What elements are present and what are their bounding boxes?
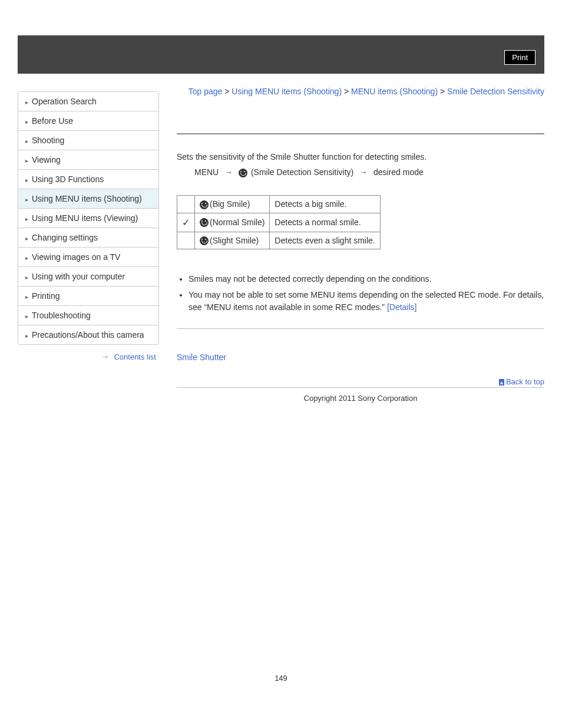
contents-list-link-wrapper: Contents list bbox=[18, 352, 159, 361]
breadcrumb-current: Smile Detection Sensitivity bbox=[447, 87, 544, 96]
check-cell: ✓ bbox=[177, 213, 195, 232]
label-cell: (Normal Smile) bbox=[195, 213, 270, 232]
nav-item-viewing-tv[interactable]: Viewing images on a TV bbox=[18, 248, 158, 267]
nav-item-changing-settings[interactable]: Changing settings bbox=[18, 228, 158, 248]
label-cell: (Slight Smile) bbox=[195, 232, 270, 249]
nav-item-viewing[interactable]: Viewing bbox=[18, 150, 158, 170]
breadcrumb-sep: > bbox=[440, 87, 445, 96]
row-label: (Big Smile) bbox=[210, 199, 250, 209]
menu-path-middle: (Smile Detection Sensitivity) bbox=[251, 167, 353, 177]
breadcrumb-link[interactable]: MENU items (Shooting) bbox=[351, 87, 438, 96]
breadcrumb-link[interactable]: Using MENU items (Shooting) bbox=[232, 87, 342, 96]
smile-icon bbox=[200, 236, 209, 245]
row-label: (Normal Smile) bbox=[210, 218, 265, 227]
nav-label: Before Use bbox=[32, 116, 73, 126]
details-link[interactable]: [Details] bbox=[387, 302, 417, 312]
check-cell bbox=[177, 232, 195, 249]
nav-label: Printing bbox=[32, 291, 59, 301]
notes-list: Smiles may not be detected correctly dep… bbox=[189, 273, 544, 314]
note-text: Smiles may not be detected correctly dep… bbox=[189, 274, 431, 284]
main-content: Top page > Using MENU items (Shooting) >… bbox=[177, 74, 544, 409]
nav-item-3d-functions[interactable]: Using 3D Functions bbox=[18, 170, 158, 189]
divider bbox=[177, 133, 544, 134]
nav-label: Viewing images on a TV bbox=[32, 252, 120, 262]
copyright-text: Copyright 2011 Sony Corporation bbox=[177, 394, 544, 403]
row-label: (Slight Smile) bbox=[210, 236, 259, 245]
nav-item-computer[interactable]: Using with your computer bbox=[18, 267, 158, 286]
nav-label: Using 3D Functions bbox=[32, 174, 104, 184]
note-item: You may not be able to set some MENU ite… bbox=[189, 289, 544, 314]
label-cell: (Big Smile) bbox=[195, 195, 270, 213]
nav-item-before-use[interactable]: Before Use bbox=[18, 111, 158, 131]
nav-label: Changing settings bbox=[32, 233, 98, 242]
header-bar: Print bbox=[18, 35, 544, 74]
intro-text: Sets the sensitivity of the Smile Shutte… bbox=[177, 152, 544, 162]
breadcrumb-link[interactable]: Top page bbox=[189, 87, 223, 96]
divider bbox=[177, 328, 544, 329]
check-icon: ✓ bbox=[182, 217, 190, 228]
nav-label: Shooting bbox=[32, 136, 64, 145]
nav-item-menu-shooting[interactable]: Using MENU items (Shooting) bbox=[18, 189, 158, 209]
related-topic-link[interactable]: Smile Shutter bbox=[177, 353, 226, 362]
breadcrumb: Top page > Using MENU items (Shooting) >… bbox=[177, 85, 544, 98]
nav-label: Viewing bbox=[32, 155, 61, 164]
nav-item-troubleshooting[interactable]: Troubleshooting bbox=[18, 306, 158, 325]
breadcrumb-sep: > bbox=[224, 87, 229, 96]
nav-item-shooting[interactable]: Shooting bbox=[18, 131, 158, 150]
settings-table: (Big Smile) Detects a big smile. ✓ (Norm… bbox=[177, 195, 381, 250]
nav-item-operation-search[interactable]: Operation Search bbox=[18, 92, 158, 111]
sidebar: Operation Search Before Use Shooting Vie… bbox=[18, 91, 159, 409]
page-number: 149 bbox=[0, 674, 562, 683]
menu-path-suffix: desired mode bbox=[373, 167, 424, 177]
nav-item-precautions[interactable]: Precautions/About this camera bbox=[18, 325, 158, 344]
nav-label: Precautions/About this camera bbox=[32, 330, 144, 340]
table-row: (Big Smile) Detects a big smile. bbox=[177, 195, 381, 213]
note-text: You may not be able to set some MENU ite… bbox=[189, 290, 544, 312]
arrow-icon: → bbox=[359, 167, 368, 177]
back-to-top-wrapper: Back to top bbox=[177, 377, 544, 388]
desc-cell: Detects a normal smile. bbox=[270, 213, 380, 232]
nav-list: Operation Search Before Use Shooting Vie… bbox=[18, 91, 159, 345]
nav-label: Using MENU items (Viewing) bbox=[32, 213, 138, 223]
table-row: (Slight Smile) Detects even a slight smi… bbox=[177, 232, 381, 249]
print-button[interactable]: Print bbox=[504, 50, 535, 65]
check-cell bbox=[177, 195, 195, 213]
smile-icon bbox=[200, 218, 209, 227]
menu-path-prefix: MENU bbox=[194, 167, 219, 177]
table-row: ✓ (Normal Smile) Detects a normal smile. bbox=[177, 213, 381, 232]
nav-label: Operation Search bbox=[32, 97, 97, 106]
back-to-top-link[interactable]: Back to top bbox=[499, 377, 544, 386]
nav-item-printing[interactable]: Printing bbox=[18, 286, 158, 306]
menu-path: MENU → (Smile Detection Sensitivity) → d… bbox=[194, 167, 544, 177]
desc-cell: Detects even a slight smile. bbox=[270, 232, 380, 249]
smile-icon bbox=[200, 200, 209, 209]
nav-item-menu-viewing[interactable]: Using MENU items (Viewing) bbox=[18, 209, 158, 228]
desc-cell: Detects a big smile. bbox=[270, 195, 380, 213]
breadcrumb-sep: > bbox=[344, 87, 349, 96]
nav-label: Troubleshooting bbox=[32, 311, 91, 320]
smile-icon bbox=[239, 169, 247, 177]
arrow-icon: → bbox=[224, 167, 233, 177]
nav-label: Using with your computer bbox=[32, 272, 125, 281]
nav-label: Using MENU items (Shooting) bbox=[32, 194, 142, 203]
note-item: Smiles may not be detected correctly dep… bbox=[189, 273, 544, 285]
contents-list-link[interactable]: Contents list bbox=[114, 353, 156, 361]
